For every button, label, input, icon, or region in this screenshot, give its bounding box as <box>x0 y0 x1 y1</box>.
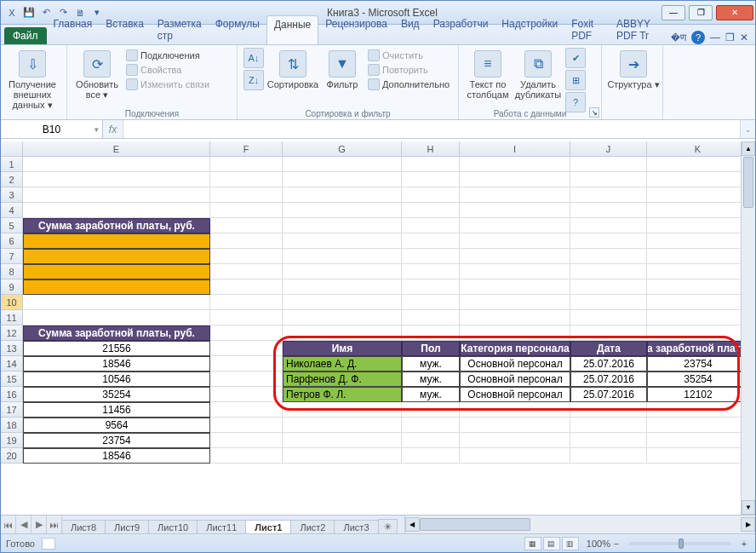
vertical-scrollbar[interactable]: ▲ ▼ <box>741 141 755 515</box>
cell-E18[interactable]: 9564 <box>23 418 210 433</box>
cell-E3[interactable] <box>23 187 210 203</box>
vscroll-thumb[interactable] <box>743 157 753 208</box>
cell-J8[interactable] <box>570 264 647 279</box>
filter-button[interactable]: ▼ Фильтр <box>321 47 364 89</box>
cell-E20[interactable]: 18546 <box>23 448 210 464</box>
cell-I19[interactable] <box>460 433 570 448</box>
tab-file[interactable]: Файл <box>4 27 47 44</box>
cell-G10[interactable] <box>283 295 402 310</box>
advanced-filter-button[interactable]: Дополнительно <box>365 78 452 91</box>
cell-G14[interactable]: Николаев А. Д. <box>283 356 402 372</box>
row-header-12[interactable]: 12 <box>1 325 23 341</box>
cell-G12[interactable] <box>283 325 402 341</box>
cell-E17[interactable]: 11456 <box>23 402 210 418</box>
tab-данные[interactable]: Данные <box>266 15 318 44</box>
cell-K15[interactable]: 35254 <box>647 372 749 387</box>
fx-button[interactable]: fx <box>103 120 123 138</box>
formula-input[interactable] <box>123 120 740 138</box>
cell-G15[interactable]: Парфенов Д. Ф. <box>283 372 402 387</box>
cell-F16[interactable] <box>210 387 283 402</box>
save-icon[interactable]: 💾 <box>21 5 37 20</box>
cell-E5[interactable]: Сумма заработной платы, руб. <box>23 218 210 233</box>
mdi-restore-icon[interactable]: ❐ <box>725 32 735 43</box>
row-header-15[interactable]: 15 <box>1 372 23 387</box>
cell-F19[interactable] <box>210 433 283 448</box>
cell-H4[interactable] <box>402 203 460 218</box>
col-header-K[interactable]: K <box>647 141 749 156</box>
data-tools-launcher[interactable]: ↘ <box>589 107 599 118</box>
cell-I18[interactable] <box>460 418 570 433</box>
cell-H19[interactable] <box>402 433 460 448</box>
row-header-1[interactable]: 1 <box>1 157 23 172</box>
cell-J7[interactable] <box>570 249 647 264</box>
data-validation-button[interactable]: ✔ <box>565 48 586 68</box>
cell-E19[interactable]: 23754 <box>23 433 210 448</box>
sheet-tab-Лист1[interactable]: Лист1 <box>245 520 291 534</box>
cell-F7[interactable] <box>210 249 283 264</box>
cell-G20[interactable] <box>283 448 402 464</box>
sort-asc-button[interactable]: A↓ <box>243 48 264 68</box>
cell-K3[interactable] <box>647 187 749 203</box>
name-box[interactable]: B10 <box>1 120 103 138</box>
cell-I17[interactable] <box>460 402 570 418</box>
cell-F6[interactable] <box>210 233 283 249</box>
cell-F2[interactable] <box>210 172 283 187</box>
sheet-tab-Лист3[interactable]: Лист3 <box>334 520 378 534</box>
cell-J16[interactable]: 25.07.2016 <box>570 387 647 402</box>
cell-K14[interactable]: 23754 <box>647 356 749 372</box>
ribbon-minimize-icon[interactable]: �ण <box>671 32 686 43</box>
cell-I3[interactable] <box>460 187 570 203</box>
cell-K1[interactable] <box>647 157 749 172</box>
cell-E6[interactable] <box>23 233 210 249</box>
cell-I12[interactable] <box>460 325 570 341</box>
cell-F8[interactable] <box>210 264 283 279</box>
cell-I20[interactable] <box>460 448 570 464</box>
row-header-9[interactable]: 9 <box>1 279 23 295</box>
cell-H2[interactable] <box>402 172 460 187</box>
cell-J20[interactable] <box>570 448 647 464</box>
cell-G7[interactable] <box>283 249 402 264</box>
cell-G4[interactable] <box>283 203 402 218</box>
tab-вид[interactable]: Вид <box>394 15 427 44</box>
zoom-slider[interactable] <box>629 542 731 545</box>
cell-F9[interactable] <box>210 279 283 295</box>
cell-I9[interactable] <box>460 279 570 295</box>
cell-G1[interactable] <box>283 157 402 172</box>
select-all-corner[interactable] <box>1 141 23 156</box>
cell-G6[interactable] <box>283 233 402 249</box>
cell-E13[interactable]: 21556 <box>23 341 210 356</box>
tab-разработчи[interactable]: Разработчи <box>427 15 495 44</box>
cell-K11[interactable] <box>647 310 749 325</box>
cell-I15[interactable]: Основной персонал <box>460 372 570 387</box>
cell-H3[interactable] <box>402 187 460 203</box>
sheet-nav-first[interactable]: ⏮ <box>1 516 16 533</box>
cell-K18[interactable] <box>647 418 749 433</box>
consolidate-button[interactable]: ⊞ <box>565 70 586 90</box>
tab-формулы[interactable]: Формулы <box>209 15 266 44</box>
cell-K9[interactable] <box>647 279 749 295</box>
cell-J5[interactable] <box>570 218 647 233</box>
cell-K17[interactable] <box>647 402 749 418</box>
cell-I6[interactable] <box>460 233 570 249</box>
row-header-19[interactable]: 19 <box>1 433 23 448</box>
cell-G11[interactable] <box>283 310 402 325</box>
cell-H5[interactable] <box>402 218 460 233</box>
cell-F15[interactable] <box>210 372 283 387</box>
cell-I2[interactable] <box>460 172 570 187</box>
tab-главная[interactable]: Главная <box>47 15 100 44</box>
col-header-E[interactable]: E <box>23 141 210 156</box>
cell-K7[interactable] <box>647 249 749 264</box>
cell-F20[interactable] <box>210 448 283 464</box>
zoom-in-button[interactable]: + <box>738 539 750 549</box>
cell-E8[interactable] <box>23 264 210 279</box>
cell-F1[interactable] <box>210 157 283 172</box>
tab-рецензирова[interactable]: Рецензирова <box>318 15 394 44</box>
cell-H7[interactable] <box>402 249 460 264</box>
tab-надстройки[interactable]: Надстройки <box>495 15 564 44</box>
cell-H9[interactable] <box>402 279 460 295</box>
mdi-minimize-icon[interactable]: — <box>710 32 720 43</box>
zoom-level[interactable]: 100% <box>587 539 610 549</box>
col-header-J[interactable]: J <box>570 141 647 156</box>
cell-F5[interactable] <box>210 218 283 233</box>
get-external-data-button[interactable]: ⇩ Получение внешних данных ▾ <box>6 47 59 111</box>
